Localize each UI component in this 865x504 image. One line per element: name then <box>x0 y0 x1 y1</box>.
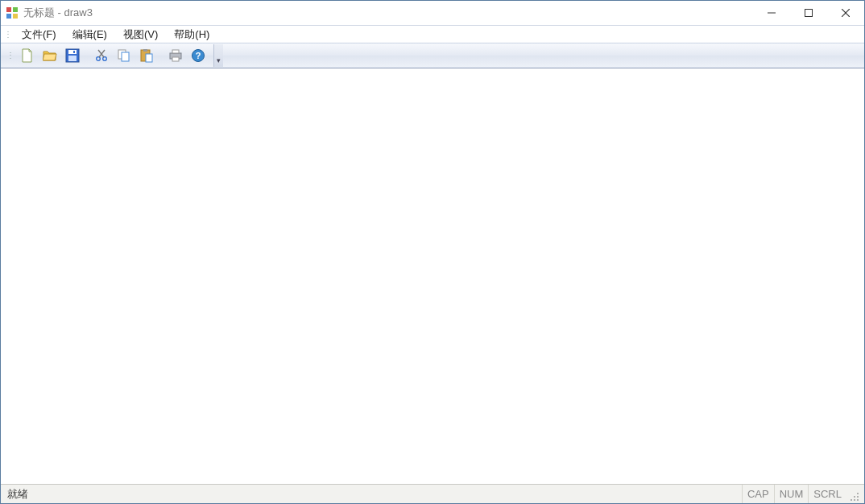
svg-line-15 <box>98 50 104 57</box>
paste-clipboard-icon <box>139 48 154 63</box>
svg-rect-2 <box>6 14 11 19</box>
window-title: 无标题 - draw3 <box>23 6 93 20</box>
paste-button[interactable] <box>136 45 157 66</box>
minimize-button[interactable] <box>753 1 790 25</box>
status-scroll-indicator: SCRL <box>808 485 846 503</box>
svg-rect-10 <box>68 56 77 61</box>
svg-text:?: ? <box>196 51 201 60</box>
toolbar-grip-icon: ⋮ <box>6 52 13 60</box>
menu-file[interactable]: 文件(F) <box>14 26 64 43</box>
svg-rect-22 <box>172 50 179 53</box>
chevron-down-icon: ▾ <box>217 56 221 64</box>
statusbar: 就绪 CAP NUM SCRL <box>1 484 864 503</box>
printer-icon <box>168 48 183 63</box>
svg-point-13 <box>103 57 107 61</box>
window-controls <box>753 1 864 25</box>
svg-rect-11 <box>73 51 75 53</box>
svg-rect-9 <box>68 50 77 54</box>
copy-pages-icon <box>117 48 131 63</box>
svg-rect-1 <box>13 7 18 12</box>
svg-point-28 <box>857 496 859 498</box>
drawing-canvas[interactable] <box>1 68 864 484</box>
menu-edit[interactable]: 编辑(E) <box>64 26 115 43</box>
menu-view[interactable]: 视图(V) <box>115 26 166 43</box>
new-file-icon <box>20 48 35 63</box>
svg-rect-5 <box>805 10 813 17</box>
cut-scissors-icon <box>94 48 109 63</box>
menubar-grip-icon: ⋮ <box>4 31 10 39</box>
help-question-icon: ? <box>191 48 205 63</box>
menubar: ⋮ 文件(F) 编辑(E) 视图(V) 帮助(H) <box>1 25 864 43</box>
main-window: 无标题 - draw3 ⋮ 文件(F) 编辑(E) 视图(V) 帮助(H) ⋮ <box>0 0 865 504</box>
status-num-indicator: NUM <box>774 485 809 503</box>
open-folder-icon <box>43 48 57 63</box>
toolbar-overflow-button[interactable]: ▾ <box>213 44 223 67</box>
svg-rect-3 <box>13 14 18 19</box>
help-button[interactable]: ? <box>188 45 209 66</box>
svg-point-30 <box>854 499 855 501</box>
save-disk-icon <box>65 48 80 63</box>
app-icon <box>6 6 19 19</box>
svg-rect-19 <box>143 49 147 52</box>
close-button[interactable] <box>827 1 864 25</box>
copy-button[interactable] <box>114 45 135 66</box>
status-ready-label: 就绪 <box>4 487 31 502</box>
svg-rect-17 <box>122 52 129 61</box>
svg-point-12 <box>97 57 101 61</box>
svg-rect-20 <box>146 54 152 62</box>
svg-point-31 <box>857 499 859 501</box>
svg-rect-0 <box>6 7 11 12</box>
open-button[interactable] <box>39 45 60 66</box>
new-button[interactable] <box>17 45 38 66</box>
svg-rect-23 <box>172 57 179 61</box>
menu-help[interactable]: 帮助(H) <box>166 26 217 43</box>
svg-point-26 <box>857 493 859 494</box>
resize-grip-icon[interactable] <box>848 490 861 503</box>
svg-point-27 <box>854 496 855 498</box>
titlebar: 无标题 - draw3 <box>1 1 864 25</box>
svg-point-29 <box>851 499 852 501</box>
cut-button[interactable] <box>91 45 112 66</box>
print-button[interactable] <box>165 45 186 66</box>
maximize-button[interactable] <box>790 1 827 25</box>
save-button[interactable] <box>62 45 83 66</box>
toolbar: ⋮ <box>1 43 864 68</box>
svg-line-14 <box>99 50 105 57</box>
status-caps-indicator: CAP <box>742 485 774 503</box>
